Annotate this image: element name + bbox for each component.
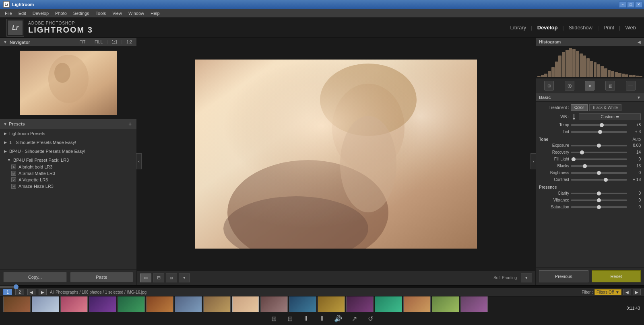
right-panel-collapse-arrow[interactable]: › — [530, 153, 536, 169]
saturation-slider-track[interactable] — [571, 206, 627, 208]
contrast-slider-track[interactable] — [571, 179, 627, 181]
filmstrip-num-2[interactable]: 2 — [15, 289, 24, 295]
film-thumb-16[interactable] — [432, 296, 459, 312]
menu-file[interactable]: File — [2, 10, 15, 16]
zoom-fit[interactable]: FIT — [78, 39, 87, 45]
recovery-slider-thumb[interactable] — [580, 150, 584, 154]
preset-item-amaze-haze[interactable]: H Amaze-Haze LR3 — [0, 183, 136, 189]
filmstrip-icon-frame[interactable]: ⊞ — [268, 313, 279, 324]
copy-button[interactable]: Copy... — [3, 272, 67, 282]
filmstrip-num-1[interactable]: 1 — [3, 289, 12, 295]
paste-button[interactable]: Paste — [70, 272, 134, 282]
menu-develop[interactable]: Develop — [29, 10, 52, 16]
minimize-button[interactable]: − — [619, 1, 626, 8]
close-button[interactable]: ✕ — [635, 1, 642, 8]
exposure-slider-thumb[interactable] — [597, 144, 601, 148]
filmstrip-filter-prev[interactable]: ◀ — [623, 289, 631, 295]
brightness-slider-thumb[interactable] — [597, 171, 601, 175]
treatment-color-button[interactable]: Color — [571, 104, 588, 111]
nav-library[interactable]: Library — [509, 24, 528, 31]
film-thumb-15[interactable] — [403, 296, 431, 312]
nav-print[interactable]: Print — [602, 24, 616, 31]
contrast-slider-thumb[interactable] — [604, 178, 608, 182]
filter-dropdown[interactable]: Filters Off ▼ — [594, 289, 621, 295]
film-thumb-13[interactable] — [346, 296, 374, 312]
wb-value[interactable]: Custom ≑ — [579, 113, 641, 120]
menu-settings[interactable]: Settings — [70, 10, 93, 16]
filmstrip-icon-volume[interactable]: 🔊 — [332, 313, 344, 324]
film-thumb-9[interactable] — [232, 296, 259, 312]
clarity-slider-track[interactable] — [571, 193, 627, 194]
zoom-1-1[interactable]: 1:1 — [111, 39, 119, 45]
temp-slider-thumb[interactable] — [600, 123, 604, 127]
preset-group-header-silhouette1[interactable]: ▶ 1 - Silhouette Presets Made Easy! — [0, 139, 136, 146]
nav-web[interactable]: Web — [624, 24, 638, 31]
basic-panel-dropdown[interactable]: ▼ — [637, 95, 641, 100]
spot-removal-icon[interactable]: ◎ — [565, 81, 574, 91]
soft-proofing-toggle[interactable]: Soft Proofing — [491, 275, 519, 281]
maximize-button[interactable]: □ — [627, 1, 634, 8]
zoom-1-2[interactable]: 1:2 — [125, 39, 133, 45]
fill-light-slider-track[interactable] — [571, 158, 627, 160]
reset-button[interactable]: Reset — [592, 270, 641, 282]
tint-slider-thumb[interactable] — [598, 130, 602, 134]
vibrance-slider-track[interactable] — [571, 200, 627, 201]
redeye-tool-icon[interactable]: ● — [585, 81, 594, 91]
treatment-bw-button[interactable]: Black & White — [589, 104, 621, 111]
nav-develop[interactable]: Develop — [536, 24, 559, 31]
recovery-slider-track[interactable] — [571, 152, 627, 153]
histogram-collapse-icon[interactable]: ◀ — [638, 40, 641, 44]
filmstrip-icon-grid[interactable]: ⊟ — [284, 313, 295, 324]
film-thumb-4[interactable] — [89, 296, 116, 312]
navigator-collapse-icon[interactable]: ▼ — [3, 40, 7, 44]
tint-slider-track[interactable] — [571, 131, 627, 133]
fill-light-slider-thumb[interactable] — [572, 157, 576, 161]
menu-photo[interactable]: Photo — [52, 10, 70, 16]
loupe-view-button[interactable]: ▭ — [140, 274, 151, 282]
saturation-slider-thumb[interactable] — [597, 205, 601, 209]
left-panel-collapse-arrow[interactable]: ‹ — [136, 153, 142, 169]
menu-help[interactable]: Help — [147, 10, 163, 16]
film-thumb-14[interactable] — [375, 296, 402, 312]
brightness-slider-track[interactable] — [571, 172, 627, 174]
auto-button[interactable]: Auto — [632, 137, 641, 142]
progress-handle[interactable] — [14, 284, 19, 289]
view-options-button[interactable]: ▾ — [179, 274, 190, 282]
exposure-slider-track[interactable] — [571, 145, 627, 146]
film-thumb-1[interactable] — [3, 296, 31, 312]
menu-window[interactable]: Window — [125, 10, 147, 16]
film-thumb-5[interactable] — [118, 296, 145, 312]
brush-tool-icon[interactable]: — — [626, 81, 636, 91]
vibrance-slider-thumb[interactable] — [597, 198, 601, 202]
filmstrip-filter-next[interactable]: ▶ — [633, 289, 641, 295]
filmstrip-icon-pause[interactable]: ⏸ — [316, 313, 328, 324]
filmstrip-icon-expand[interactable]: ↗ — [349, 313, 360, 324]
preset-group-header-lightroom[interactable]: ▶ Lightroom Presets — [0, 130, 136, 137]
film-thumb-2[interactable] — [32, 296, 59, 312]
blacks-slider-track[interactable] — [571, 165, 627, 167]
wb-eyedropper-icon[interactable] — [571, 114, 577, 120]
presets-collapse-icon[interactable]: ▼ — [3, 122, 7, 126]
filmstrip-icon-back[interactable]: ⏸ — [300, 313, 312, 324]
preset-item-bright-bold[interactable]: A A bright bold LR3 — [0, 164, 136, 170]
film-thumb-3[interactable] — [60, 296, 88, 312]
filmstrip-back-button[interactable]: ◀ — [27, 289, 35, 295]
menu-tools[interactable]: Tools — [93, 10, 109, 16]
nav-slideshow[interactable]: Slideshow — [567, 24, 594, 31]
filmstrip-forward-button[interactable]: ▶ — [39, 289, 47, 295]
temp-slider-track[interactable] — [571, 124, 627, 126]
menu-edit[interactable]: Edit — [15, 10, 29, 16]
film-thumb-8[interactable] — [203, 296, 231, 312]
preset-group-header-bp4u-sil[interactable]: ▶ BP4U - Silhouette Presets Made Easy! — [0, 148, 136, 155]
gradient-tool-icon[interactable]: ▥ — [605, 81, 615, 91]
clarity-slider-thumb[interactable] — [597, 191, 601, 195]
crop-tool-icon[interactable]: ⊞ — [544, 81, 554, 91]
film-thumb-12[interactable] — [318, 296, 345, 312]
presets-add-button[interactable]: + — [127, 121, 133, 127]
preset-subgroup-header-bp4u-fall[interactable]: ▼ BP4U Fall Preset Pack: LR3 — [0, 156, 136, 164]
preset-item-small-matte[interactable]: M A Small Matte LR3 — [0, 170, 136, 177]
film-thumb-10[interactable] — [260, 296, 288, 312]
compare-view-button[interactable]: ⊟ — [153, 274, 164, 282]
progress-bar-container[interactable] — [0, 286, 644, 288]
film-thumb-6[interactable] — [146, 296, 173, 312]
